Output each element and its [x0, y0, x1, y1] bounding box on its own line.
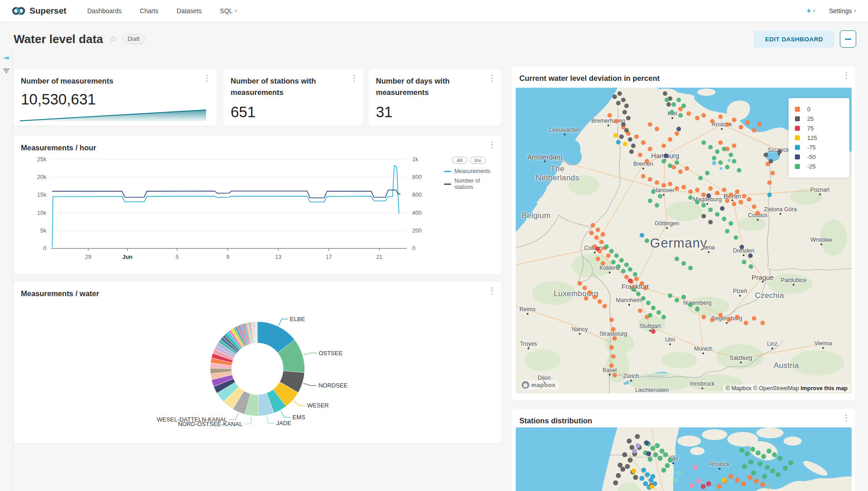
station-dot	[661, 183, 666, 188]
station-dot	[653, 452, 658, 457]
station-dot	[755, 211, 760, 215]
station-dot	[695, 200, 700, 204]
filter-icon[interactable]	[3, 69, 10, 73]
kpi-title: Number of stations with measurements	[231, 75, 343, 98]
kebab-menu-icon[interactable]: ⋮	[488, 74, 496, 82]
deviation-map-canvas[interactable]: 02575125-75-50-25 ◍ mapbox © Mapbox © Op…	[516, 88, 852, 393]
station-dot	[601, 261, 605, 266]
legend-zoom-inv[interactable]: Inv	[470, 157, 486, 164]
station-dot	[739, 200, 743, 204]
superset-brand[interactable]: Superset	[12, 4, 66, 18]
page-title: Water level data	[14, 32, 103, 46]
station-dot	[648, 147, 652, 151]
donut-chart[interactable]: ELBEOSTSEENORDSEEWESEREMSJADENORD-OSTSEE…	[21, 300, 494, 440]
chart-card-measurements-per-hour: Measurements / hour ⋮ 005k20010k40015k60…	[14, 136, 501, 274]
chart-title: Current water level deviation in percent	[519, 73, 835, 84]
legend-item[interactable]: Number of stations	[444, 178, 499, 190]
map-label: Belgium	[522, 211, 551, 220]
station-dot	[645, 159, 649, 164]
station-dot	[715, 149, 720, 154]
map-label: Rostock	[709, 461, 730, 467]
station-dot	[635, 434, 640, 439]
station-dot	[668, 164, 672, 168]
svg-text:NORDSEE: NORDSEE	[318, 382, 348, 389]
station-dot	[688, 266, 693, 270]
nav-item-datasets[interactable]: Datasets	[177, 7, 202, 15]
map-label: Plzeň	[733, 288, 747, 294]
station-dot	[735, 189, 740, 194]
station-dot	[688, 195, 693, 200]
improve-map-link[interactable]: Improve this map	[801, 385, 848, 392]
nav-item-charts[interactable]: Charts	[140, 7, 158, 15]
stations-map-canvas[interactable]: KielRostock	[516, 427, 852, 491]
station-dot	[695, 188, 700, 192]
kpi-value: 31	[376, 104, 393, 121]
map-base-layer	[516, 427, 852, 491]
station-dot	[770, 469, 775, 474]
station-dot	[675, 298, 679, 303]
nav-item-sql[interactable]: SQL ▾	[220, 7, 237, 15]
kebab-menu-icon[interactable]: ⋮	[842, 71, 850, 79]
station-dot	[742, 260, 746, 264]
station-dot	[722, 147, 726, 151]
station-dot	[648, 457, 653, 462]
station-dot	[729, 193, 733, 197]
station-dot	[661, 159, 666, 164]
station-dot	[741, 481, 746, 486]
station-dot	[658, 194, 662, 198]
station-dot	[695, 116, 700, 120]
line-chart[interactable]: 005k20010k40015k60020k80025k1k29Jun59131…	[15, 153, 478, 272]
station-dot	[688, 189, 693, 194]
station-dot	[706, 481, 711, 486]
favorite-star-icon[interactable]: ☆	[109, 34, 117, 44]
station-dot	[783, 466, 788, 471]
settings-menu[interactable]: Settings ▾	[829, 7, 856, 15]
station-dot	[651, 474, 656, 479]
legend-zoom-buttons: AllInv	[452, 156, 499, 164]
station-dot	[725, 198, 730, 203]
svg-text:1k: 1k	[412, 156, 419, 163]
station-dot	[688, 303, 693, 307]
station-dot	[646, 451, 651, 456]
nav-item-dashboards[interactable]: Dashboards	[87, 7, 122, 15]
kebab-menu-icon[interactable]: ⋮	[488, 287, 496, 295]
kebab-menu-icon[interactable]: ⋮	[842, 414, 850, 422]
map-label: Reims	[519, 306, 535, 312]
mapbox-logo[interactable]: ◍ mapbox	[520, 380, 559, 390]
kebab-menu-icon[interactable]: ⋮	[203, 74, 211, 82]
station-dot	[749, 264, 753, 269]
ellipsis-icon: •••	[845, 35, 851, 42]
kebab-menu-icon[interactable]: ⋮	[350, 74, 358, 82]
station-dot	[628, 137, 632, 142]
svg-text:13: 13	[275, 254, 281, 260]
svg-text:400: 400	[412, 210, 422, 216]
station-dot	[633, 475, 638, 480]
new-item-button[interactable]: + ▾	[806, 6, 815, 15]
map-attribution: © Mapbox © OpenStreetMap Improve this ma…	[723, 385, 850, 392]
station-dot	[712, 156, 716, 160]
map-label: Ulm	[665, 337, 675, 343]
station-dot	[701, 315, 706, 319]
station-dot	[636, 292, 641, 296]
station-dot	[673, 478, 678, 483]
station-dot	[611, 327, 616, 332]
station-dot	[663, 91, 667, 96]
station-dot	[612, 94, 617, 99]
station-dot	[624, 104, 629, 108]
station-dot	[678, 169, 683, 174]
svg-text:0: 0	[412, 245, 415, 252]
edit-dashboard-button[interactable]: EDIT DASHBOARD	[754, 31, 834, 48]
legend-zoom-all[interactable]: All	[452, 157, 467, 164]
station-dot	[624, 263, 629, 267]
legend-item[interactable]: Measurements	[444, 168, 499, 174]
kpi-trend-sparkline	[19, 107, 207, 123]
station-dot	[693, 465, 698, 470]
station-dot	[609, 345, 614, 350]
more-actions-button[interactable]: •••	[840, 30, 856, 48]
map-label: Nancy	[572, 326, 587, 332]
station-dot	[616, 473, 621, 478]
station-dot	[701, 140, 706, 145]
kebab-menu-icon[interactable]: ⋮	[488, 141, 496, 149]
expand-filters-icon[interactable]: ⇥	[3, 55, 9, 62]
station-dot	[663, 452, 668, 457]
